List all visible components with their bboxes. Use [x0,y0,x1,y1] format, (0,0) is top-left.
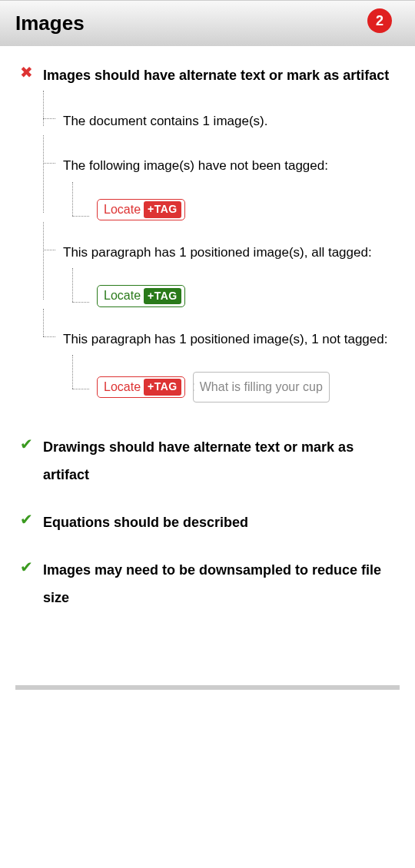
rule-title: Drawings should have alternate text or m… [43,433,400,489]
tag-chip: +TAG [144,288,181,305]
section-header: Images 2 [0,0,415,46]
footer-divider [15,685,400,690]
tree-item-text: The following image(s) have not been tag… [63,158,328,173]
rule-title: Images should have alternate text or mar… [43,61,400,89]
tree-subitem: Locate +TAG [63,185,400,220]
tree-subitem: Locate +TAG [63,271,400,306]
fail-icon: ✖ [15,61,37,81]
tree-item-text: The document contains 1 image(s). [63,114,267,128]
accessibility-panel: Images 2 ✖ Images should have alternate … [0,0,415,690]
locate-label: Locate [104,287,141,304]
rule-title: Images may need to be downsampled to red… [43,556,400,611]
section-title: Images [15,12,85,35]
issue-count-badge: 2 [367,8,392,33]
tag-chip: +TAG [144,379,181,396]
tree-item-text: This paragraph has 1 positioned image(s)… [63,245,372,260]
tree-item: The following image(s) have not been tag… [42,154,400,220]
tree-item: The document contains 1 image(s). [42,109,400,134]
locate-button[interactable]: Locate +TAG [97,376,185,398]
rule-drawings-alt-text: ✔ Drawings should have alternate text or… [15,433,400,489]
tag-chip: +TAG [144,201,181,218]
pass-icon: ✔ [15,509,37,528]
rule-details-tree: The document contains 1 image(s). The fo… [42,109,400,403]
locate-button[interactable]: Locate +TAG [97,285,185,306]
pass-icon: ✔ [15,556,37,576]
rule-title: Equations should be described [43,509,400,536]
tree-item: This paragraph has 1 positioned image(s)… [42,240,400,307]
pass-icon: ✔ [15,433,37,453]
section-content: ✖ Images should have alternate text or m… [0,46,415,662]
tree-subitem: Locate +TAG What is filling your cup [63,358,400,403]
tree-item-text: This paragraph has 1 positioned image(s)… [63,332,387,346]
locate-button[interactable]: Locate +TAG [97,199,185,220]
locate-label: Locate [104,379,141,396]
rule-equations-described: ✔ Equations should be described [15,509,400,536]
rule-images-downsample: ✔ Images may need to be downsampled to r… [15,556,400,611]
tree-item: This paragraph has 1 positioned image(s)… [42,327,400,403]
rule-images-alt-text: ✖ Images should have alternate text or m… [15,61,400,89]
locate-label: Locate [104,201,141,218]
alt-text-hint[interactable]: What is filling your cup [193,372,330,403]
